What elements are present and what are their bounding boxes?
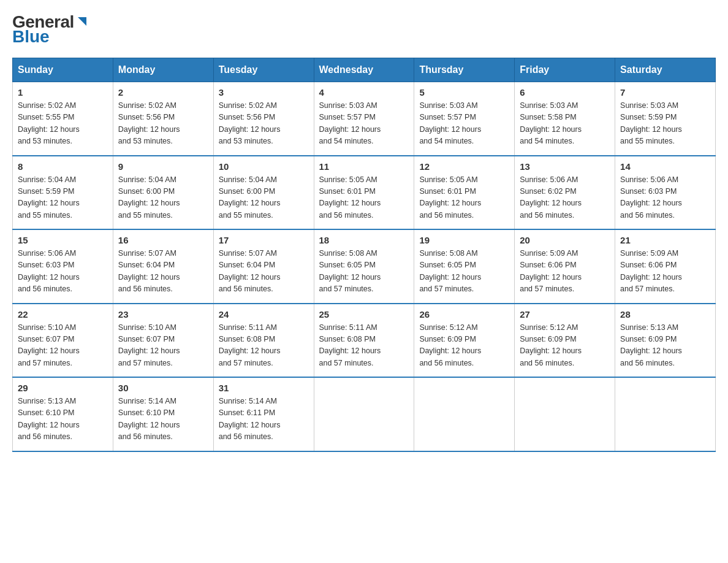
day-info: Sunrise: 5:13 AMSunset: 6:09 PMDaylight:…	[620, 323, 682, 367]
calendar-cell: 22 Sunrise: 5:10 AMSunset: 6:07 PMDaylig…	[13, 304, 113, 378]
day-number: 9	[118, 161, 208, 172]
column-header-wednesday: Wednesday	[314, 58, 414, 82]
calendar-cell: 15 Sunrise: 5:06 AMSunset: 6:03 PMDaylig…	[13, 229, 113, 304]
calendar-cell: 19 Sunrise: 5:08 AMSunset: 6:05 PMDaylig…	[414, 229, 515, 304]
day-number: 29	[18, 383, 108, 393]
day-info: Sunrise: 5:09 AMSunset: 6:06 PMDaylight:…	[620, 249, 682, 293]
day-number: 6	[520, 87, 610, 98]
calendar-cell: 8 Sunrise: 5:04 AMSunset: 5:59 PMDayligh…	[13, 156, 113, 230]
day-info: Sunrise: 5:10 AMSunset: 6:07 PMDaylight:…	[118, 323, 180, 367]
calendar-cell: 10 Sunrise: 5:04 AMSunset: 6:00 PMDaylig…	[213, 156, 314, 230]
day-info: Sunrise: 5:03 AMSunset: 5:57 PMDaylight:…	[419, 101, 481, 145]
calendar-cell: 26 Sunrise: 5:12 AMSunset: 6:09 PMDaylig…	[414, 304, 515, 378]
column-header-saturday: Saturday	[615, 58, 716, 82]
day-number: 12	[419, 161, 509, 172]
day-info: Sunrise: 5:05 AMSunset: 6:01 PMDaylight:…	[419, 175, 481, 220]
header-row: SundayMondayTuesdayWednesdayThursdayFrid…	[13, 58, 716, 82]
day-number: 11	[319, 161, 409, 172]
day-info: Sunrise: 5:11 AMSunset: 6:08 PMDaylight:…	[319, 323, 381, 367]
day-info: Sunrise: 5:03 AMSunset: 5:58 PMDaylight:…	[520, 101, 582, 145]
calendar-cell: 17 Sunrise: 5:07 AMSunset: 6:04 PMDaylig…	[213, 229, 314, 304]
week-row-5: 29 Sunrise: 5:13 AMSunset: 6:10 PMDaylig…	[13, 377, 716, 451]
day-number: 18	[319, 235, 409, 245]
column-header-sunday: Sunday	[13, 58, 113, 82]
calendar-cell: 16 Sunrise: 5:07 AMSunset: 6:04 PMDaylig…	[113, 229, 213, 304]
day-info: Sunrise: 5:02 AMSunset: 5:56 PMDaylight:…	[118, 101, 180, 145]
page-header: General Blue	[12, 12, 716, 47]
day-number: 30	[118, 383, 208, 393]
calendar-cell: 24 Sunrise: 5:11 AMSunset: 6:08 PMDaylig…	[213, 304, 314, 378]
day-info: Sunrise: 5:12 AMSunset: 6:09 PMDaylight:…	[419, 323, 481, 367]
calendar-cell: 1 Sunrise: 5:02 AMSunset: 5:55 PMDayligh…	[13, 82, 113, 156]
column-header-tuesday: Tuesday	[213, 58, 314, 82]
column-header-thursday: Thursday	[414, 58, 515, 82]
calendar-cell: 30 Sunrise: 5:14 AMSunset: 6:10 PMDaylig…	[113, 377, 213, 451]
calendar-cell: 5 Sunrise: 5:03 AMSunset: 5:57 PMDayligh…	[414, 82, 515, 156]
day-info: Sunrise: 5:06 AMSunset: 6:03 PMDaylight:…	[18, 249, 80, 293]
logo-blue-text: Blue	[12, 27, 50, 47]
day-number: 25	[319, 309, 409, 320]
day-info: Sunrise: 5:11 AMSunset: 6:08 PMDaylight:…	[219, 323, 281, 367]
day-number: 4	[319, 87, 409, 98]
day-info: Sunrise: 5:04 AMSunset: 6:00 PMDaylight:…	[118, 175, 180, 220]
calendar-cell	[515, 377, 615, 451]
calendar-cell: 20 Sunrise: 5:09 AMSunset: 6:06 PMDaylig…	[515, 229, 615, 304]
calendar-cell: 21 Sunrise: 5:09 AMSunset: 6:06 PMDaylig…	[615, 229, 716, 304]
calendar-cell: 14 Sunrise: 5:06 AMSunset: 6:03 PMDaylig…	[615, 156, 716, 230]
day-number: 19	[419, 235, 509, 245]
week-row-1: 1 Sunrise: 5:02 AMSunset: 5:55 PMDayligh…	[13, 82, 716, 156]
svg-marker-0	[78, 17, 86, 26]
calendar-cell: 3 Sunrise: 5:02 AMSunset: 5:56 PMDayligh…	[213, 82, 314, 156]
day-number: 10	[219, 161, 309, 172]
calendar-cell: 28 Sunrise: 5:13 AMSunset: 6:09 PMDaylig…	[615, 304, 716, 378]
day-number: 14	[620, 161, 710, 172]
day-info: Sunrise: 5:10 AMSunset: 6:07 PMDaylight:…	[18, 323, 80, 367]
calendar-cell: 31 Sunrise: 5:14 AMSunset: 6:11 PMDaylig…	[213, 377, 314, 451]
calendar-cell: 12 Sunrise: 5:05 AMSunset: 6:01 PMDaylig…	[414, 156, 515, 230]
calendar-cell	[615, 377, 716, 451]
day-info: Sunrise: 5:08 AMSunset: 6:05 PMDaylight:…	[319, 249, 381, 293]
calendar-cell: 7 Sunrise: 5:03 AMSunset: 5:59 PMDayligh…	[615, 82, 716, 156]
day-info: Sunrise: 5:07 AMSunset: 6:04 PMDaylight:…	[118, 249, 180, 293]
calendar-header: SundayMondayTuesdayWednesdayThursdayFrid…	[13, 58, 716, 82]
week-row-4: 22 Sunrise: 5:10 AMSunset: 6:07 PMDaylig…	[13, 304, 716, 378]
day-number: 16	[118, 235, 208, 245]
day-number: 20	[520, 235, 610, 245]
day-info: Sunrise: 5:09 AMSunset: 6:06 PMDaylight:…	[520, 249, 582, 293]
column-header-monday: Monday	[113, 58, 213, 82]
day-number: 28	[620, 309, 710, 320]
day-number: 24	[219, 309, 309, 320]
day-number: 3	[219, 87, 309, 98]
day-number: 26	[419, 309, 509, 320]
day-info: Sunrise: 5:14 AMSunset: 6:10 PMDaylight:…	[118, 397, 180, 441]
day-number: 1	[18, 87, 108, 98]
calendar-cell: 9 Sunrise: 5:04 AMSunset: 6:00 PMDayligh…	[113, 156, 213, 230]
calendar-cell: 4 Sunrise: 5:03 AMSunset: 5:57 PMDayligh…	[314, 82, 414, 156]
day-number: 27	[520, 309, 610, 320]
day-info: Sunrise: 5:05 AMSunset: 6:01 PMDaylight:…	[319, 175, 381, 220]
day-info: Sunrise: 5:04 AMSunset: 6:00 PMDaylight:…	[219, 175, 281, 220]
day-number: 13	[520, 161, 610, 172]
calendar-cell	[314, 377, 414, 451]
day-info: Sunrise: 5:08 AMSunset: 6:05 PMDaylight:…	[419, 249, 481, 293]
calendar-cell: 13 Sunrise: 5:06 AMSunset: 6:02 PMDaylig…	[515, 156, 615, 230]
calendar-cell: 2 Sunrise: 5:02 AMSunset: 5:56 PMDayligh…	[113, 82, 213, 156]
calendar-cell: 18 Sunrise: 5:08 AMSunset: 6:05 PMDaylig…	[314, 229, 414, 304]
day-info: Sunrise: 5:13 AMSunset: 6:10 PMDaylight:…	[18, 397, 80, 441]
logo-triangle-icon	[75, 15, 89, 28]
column-header-friday: Friday	[515, 58, 615, 82]
day-info: Sunrise: 5:14 AMSunset: 6:11 PMDaylight:…	[219, 397, 281, 441]
day-info: Sunrise: 5:03 AMSunset: 5:59 PMDaylight:…	[620, 101, 682, 145]
day-number: 2	[118, 87, 208, 98]
calendar-cell: 6 Sunrise: 5:03 AMSunset: 5:58 PMDayligh…	[515, 82, 615, 156]
day-number: 31	[219, 383, 309, 393]
calendar-cell: 23 Sunrise: 5:10 AMSunset: 6:07 PMDaylig…	[113, 304, 213, 378]
day-number: 5	[419, 87, 509, 98]
calendar-table: SundayMondayTuesdayWednesdayThursdayFrid…	[12, 58, 716, 452]
week-row-2: 8 Sunrise: 5:04 AMSunset: 5:59 PMDayligh…	[13, 156, 716, 230]
day-number: 15	[18, 235, 108, 245]
day-number: 21	[620, 235, 710, 245]
day-info: Sunrise: 5:02 AMSunset: 5:55 PMDaylight:…	[18, 101, 80, 145]
day-info: Sunrise: 5:07 AMSunset: 6:04 PMDaylight:…	[219, 249, 281, 293]
day-info: Sunrise: 5:12 AMSunset: 6:09 PMDaylight:…	[520, 323, 582, 367]
